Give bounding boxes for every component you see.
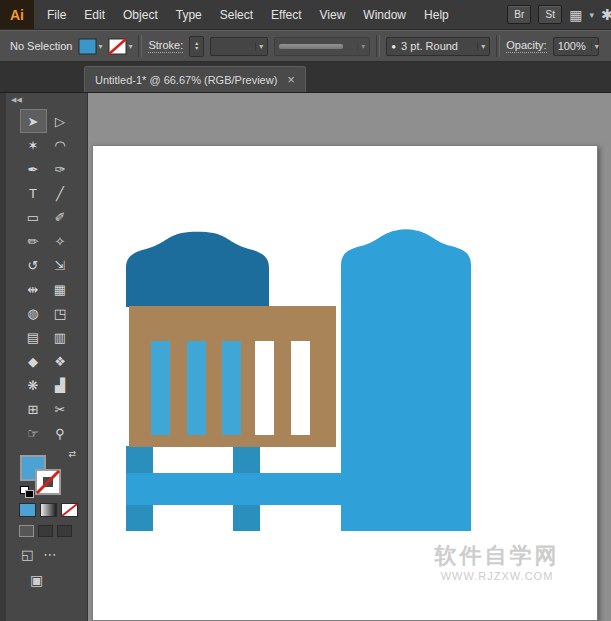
brush-dropdown[interactable]: ● 3 pt. Round ▾: [386, 37, 490, 56]
stepper-down-icon[interactable]: ▾: [195, 46, 198, 51]
width-profile-preview: [279, 44, 343, 49]
close-icon[interactable]: ×: [287, 73, 295, 86]
mesh-tool[interactable]: ▤: [20, 325, 47, 349]
selection-status: No Selection: [10, 40, 72, 52]
menu-window[interactable]: Window: [354, 8, 415, 22]
panels-button[interactable]: ▣: [30, 572, 87, 588]
separator: [138, 35, 142, 57]
free-transform-tool[interactable]: ▦: [47, 277, 74, 301]
rectangle-tool[interactable]: ▭: [20, 205, 47, 229]
canvas-pasteboard[interactable]: 软件自学网 WWW.RJZXW.COM: [88, 93, 611, 621]
chevron-down-icon[interactable]: ▾: [255, 42, 263, 51]
eyedropper-tool[interactable]: ◆: [20, 349, 47, 373]
rotate-tool[interactable]: ↺: [20, 253, 47, 277]
document-tab-title: Untitled-1* @ 66.67% (RGB/Preview): [95, 74, 277, 86]
fill-swatch-control[interactable]: ▾: [78, 38, 102, 55]
stroke-swatch-control[interactable]: ▾: [108, 38, 132, 55]
crib-left-headboard[interactable]: [126, 232, 269, 307]
menu-view[interactable]: View: [311, 8, 355, 22]
lasso-tool[interactable]: ◠: [47, 133, 74, 157]
fill-chevron-down-icon[interactable]: ▾: [98, 42, 102, 51]
drawing-mode-row: [19, 525, 87, 537]
width-tool[interactable]: ⇹: [20, 277, 47, 301]
blend-tool[interactable]: ❖: [47, 349, 74, 373]
bridge-button[interactable]: Br: [507, 5, 531, 24]
tools-panel: ◀◀ ➤▷✶◠✒✑T╱▭✐✏✧↺⇲⇹▦◍◳▤▥◆❖❋▟⊞✂☞⚲ ⇄: [0, 93, 88, 621]
selection-tool[interactable]: ➤: [20, 109, 47, 133]
opacity-dropdown[interactable]: 100% ▾: [553, 37, 599, 56]
slice-tool[interactable]: ✂: [47, 397, 74, 421]
pencil-tool[interactable]: ✏: [20, 229, 47, 253]
line-segment-tool[interactable]: ╱: [47, 181, 74, 205]
none-button[interactable]: [61, 503, 78, 517]
menu-select[interactable]: Select: [211, 8, 262, 22]
swap-fill-stroke-icon[interactable]: ⇄: [68, 449, 76, 459]
shaper-tool[interactable]: ✧: [47, 229, 74, 253]
menubar-extra-icon[interactable]: ✱: [601, 6, 611, 24]
chevron-down-icon[interactable]: ▾: [477, 42, 485, 51]
fill-swatch-icon[interactable]: [78, 38, 97, 55]
hand-tool[interactable]: ☞: [20, 421, 47, 445]
stroke-label[interactable]: Stroke:: [148, 39, 183, 53]
gradient-tool[interactable]: ▥: [47, 325, 74, 349]
brush-preview-icon: ●: [391, 42, 396, 51]
chevron-down-icon: ▾: [357, 42, 365, 51]
curvature-pen-tool[interactable]: ✑: [47, 157, 74, 181]
width-profile-dropdown: ▾: [274, 37, 370, 56]
draw-inside-button[interactable]: [57, 525, 72, 537]
stroke-color-swatch[interactable]: [35, 469, 61, 495]
stock-button[interactable]: St: [538, 5, 562, 24]
column-graph-tool[interactable]: ▟: [47, 373, 74, 397]
menu-type[interactable]: Type: [167, 8, 211, 22]
workspace-chevron-down-icon[interactable]: ▾: [589, 10, 594, 20]
chevron-down-icon[interactable]: ▾: [591, 42, 599, 51]
direct-selection-tool[interactable]: ▷: [47, 109, 74, 133]
watermark: 软件自学网 WWW.RJZXW.COM: [417, 542, 577, 583]
paintbrush-tool[interactable]: ✐: [47, 205, 74, 229]
stroke-chevron-down-icon[interactable]: ▾: [128, 42, 132, 51]
illustrator-window: Ai FileEditObjectTypeSelectEffectViewWin…: [0, 0, 611, 621]
menu-effect[interactable]: Effect: [262, 8, 310, 22]
default-fill-stroke-icon[interactable]: [20, 486, 35, 499]
stroke-width-stepper[interactable]: ▴ ▾: [189, 36, 204, 57]
color-button[interactable]: [19, 503, 36, 517]
artboard-tool[interactable]: ⊞: [20, 397, 47, 421]
fill-stroke-widget: ⇄: [20, 449, 76, 497]
magic-wand-tool[interactable]: ✶: [20, 133, 47, 157]
menu-file[interactable]: File: [38, 8, 75, 22]
opacity-value: 100%: [558, 40, 586, 52]
workspace-switcher-icon[interactable]: ▦: [569, 8, 582, 22]
type-tool[interactable]: T: [20, 181, 47, 205]
more-options-button[interactable]: ⋯: [43, 547, 56, 562]
draw-behind-button[interactable]: [38, 525, 53, 537]
document-tab-bar: Untitled-1* @ 66.67% (RGB/Preview) ×: [0, 62, 611, 93]
menubar: Ai FileEditObjectTypeSelectEffectViewWin…: [0, 0, 611, 30]
pen-tool[interactable]: ✒: [20, 157, 47, 181]
crib-slat-gap-5[interactable]: [291, 341, 310, 435]
opacity-label[interactable]: Opacity:: [506, 39, 546, 53]
shape-builder-tool[interactable]: ◍: [20, 301, 47, 325]
scale-tool[interactable]: ⇲: [47, 253, 74, 277]
menu-edit[interactable]: Edit: [75, 8, 114, 22]
control-bar: No Selection ▾ ▾ Stroke: ▴ ▾ ▾ ▾: [0, 30, 611, 62]
screen-mode-button[interactable]: ◱: [21, 547, 33, 562]
gradient-button[interactable]: [40, 503, 57, 517]
crib-slat-gap-2[interactable]: [187, 341, 206, 435]
crib-slat-gap-4[interactable]: [255, 341, 274, 435]
stroke-swatch-icon[interactable]: [108, 38, 127, 55]
crib-bottom-rail[interactable]: [126, 473, 471, 505]
menubar-right: Br St ▦ ▾ ✱: [507, 5, 611, 24]
draw-normal-button[interactable]: [19, 525, 34, 537]
crib-slat-gap-1[interactable]: [151, 341, 170, 435]
zoom-tool[interactable]: ⚲: [47, 421, 74, 445]
artboard[interactable]: 软件自学网 WWW.RJZXW.COM: [92, 145, 598, 621]
paint-style-row: [19, 503, 87, 517]
stroke-width-dropdown[interactable]: ▾: [210, 37, 268, 56]
document-tab[interactable]: Untitled-1* @ 66.67% (RGB/Preview) ×: [84, 66, 306, 92]
menu-help[interactable]: Help: [415, 8, 458, 22]
symbol-sprayer-tool[interactable]: ❋: [20, 373, 47, 397]
tools-panel-collapse[interactable]: ◀◀: [6, 93, 87, 109]
menu-object[interactable]: Object: [114, 8, 167, 22]
perspective-grid-tool[interactable]: ◳: [47, 301, 74, 325]
crib-slat-gap-3[interactable]: [222, 341, 241, 435]
